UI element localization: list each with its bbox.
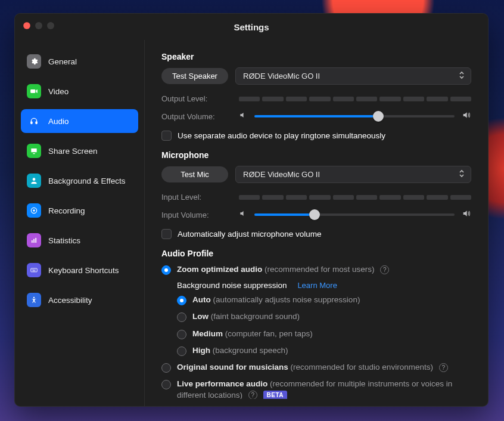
input-volume-label: Input Volume:: [161, 210, 239, 219]
gear-icon: [27, 54, 41, 69]
sidebar-item-keyboard-shortcuts[interactable]: Keyboard Shortcuts: [21, 258, 138, 282]
content: General Video Audio Share Screen: [15, 40, 488, 406]
svg-rect-0: [31, 122, 32, 124]
zoom-optimized-label: Zoom optimized audio: [177, 265, 262, 274]
microphone-device-value: RØDE VideoMic GO II: [243, 170, 320, 179]
input-level-label: Input Level:: [161, 193, 239, 202]
output-volume-slider[interactable]: [254, 111, 455, 122]
help-icon[interactable]: ?: [248, 391, 257, 399]
sidebar-item-label: Statistics: [48, 236, 80, 245]
speaker-device-value: RØDE VideoMic GO II: [243, 72, 320, 81]
headphones-icon: [27, 114, 41, 128]
ringtone-separate-device-checkbox[interactable]: [161, 131, 172, 141]
output-level-meter: [239, 97, 471, 101]
volume-high-icon: [462, 209, 471, 221]
microphone-heading: Microphone: [161, 150, 471, 160]
input-volume-slider[interactable]: [254, 209, 455, 220]
sidebar-item-statistics[interactable]: Statistics: [21, 228, 138, 252]
chevron-updown-icon: [459, 169, 465, 179]
microphone-device-select[interactable]: RØDE VideoMic GO II: [235, 166, 471, 183]
speaker-device-select[interactable]: RØDE VideoMic GO II: [235, 67, 471, 85]
person-icon: [27, 174, 41, 188]
sidebar-item-video[interactable]: Video: [21, 79, 138, 103]
volume-low-icon: [239, 111, 247, 122]
titlebar: Settings: [15, 14, 488, 40]
svg-point-13: [33, 297, 35, 298]
bg-noise-high-label: High: [192, 346, 210, 355]
sidebar-item-label: Background & Effects: [48, 177, 126, 185]
bg-noise-auto-hint: (automatically adjusts noise suppression…: [213, 295, 360, 304]
original-sound-radio[interactable]: [161, 363, 171, 373]
auto-adjust-mic-label: Automatically adjust microphone volume: [178, 230, 322, 239]
svg-rect-12: [33, 271, 36, 271]
svg-rect-1: [36, 122, 37, 124]
live-performance-radio[interactable]: [161, 380, 171, 389]
maximize-button[interactable]: [47, 22, 54, 29]
test-speaker-button[interactable]: Test Speaker: [161, 68, 228, 84]
beta-badge: BETA: [263, 391, 287, 399]
bg-noise-low-hint: (faint background sound): [211, 312, 300, 321]
speaker-heading: Speaker: [161, 52, 471, 61]
bg-noise-medium-hint: (computer fan, pen taps): [225, 329, 313, 338]
zoom-optimized-radio[interactable]: [161, 265, 171, 275]
bars-icon: [27, 233, 41, 247]
sidebar-item-accessibility[interactable]: Accessibility: [21, 288, 138, 312]
output-volume-label: Output Volume:: [161, 112, 239, 121]
auto-adjust-mic-checkbox[interactable]: [161, 229, 172, 239]
help-icon[interactable]: ?: [439, 363, 448, 372]
keyboard-icon: [27, 263, 41, 277]
sidebar-item-recording[interactable]: Recording: [21, 199, 138, 222]
bg-noise-heading: Background noise suppression: [177, 281, 287, 290]
output-level-label: Output Level:: [161, 94, 239, 103]
sidebar-item-general[interactable]: General: [21, 49, 138, 73]
audio-settings-panel: Speaker Test Speaker RØDE VideoMic GO II…: [145, 40, 488, 406]
svg-rect-9: [32, 270, 33, 270]
settings-window: Settings General Video Audio: [14, 13, 489, 407]
sidebar-item-label: Video: [48, 87, 69, 96]
sidebar-item-label: Keyboard Shortcuts: [48, 266, 119, 275]
input-level-meter: [239, 195, 471, 200]
bg-noise-medium-label: Medium: [192, 329, 223, 338]
accessibility-icon: [27, 293, 41, 307]
learn-more-link[interactable]: Learn More: [297, 281, 337, 290]
bg-noise-auto-radio[interactable]: [177, 296, 186, 305]
sidebar-item-label: General: [48, 57, 77, 66]
svg-rect-11: [35, 270, 35, 270]
bg-noise-high-radio[interactable]: [177, 346, 186, 356]
bg-noise-high-hint: (background speech): [213, 346, 288, 355]
chevron-updown-icon: [459, 71, 465, 81]
audio-profile-heading: Audio Profile: [161, 249, 471, 258]
svg-rect-6: [33, 239, 35, 243]
bg-noise-auto-label: Auto: [192, 295, 211, 304]
ringtone-separate-device-label: Use separate audio device to play ringto…: [178, 131, 385, 140]
original-sound-hint: (recommended for studio environments): [291, 363, 433, 372]
svg-rect-10: [33, 270, 34, 270]
minimize-button[interactable]: [35, 22, 42, 29]
sidebar-item-label: Audio: [48, 117, 69, 126]
volume-high-icon: [462, 110, 471, 122]
close-button[interactable]: [23, 22, 30, 29]
share-screen-icon: [27, 144, 41, 158]
bg-noise-low-label: Low: [192, 312, 209, 321]
test-mic-button[interactable]: Test Mic: [161, 166, 228, 182]
svg-point-4: [33, 209, 35, 212]
original-sound-label: Original sound for musicians: [177, 363, 288, 372]
window-title: Settings: [15, 22, 488, 32]
sidebar-item-share-screen[interactable]: Share Screen: [21, 139, 138, 163]
camera-icon: [27, 84, 41, 98]
sidebar-item-background-effects[interactable]: Background & Effects: [21, 169, 138, 193]
sidebar-item-label: Share Screen: [48, 147, 98, 156]
sidebar-item-label: Accessibility: [48, 296, 92, 305]
bg-noise-medium-radio[interactable]: [177, 330, 186, 339]
volume-low-icon: [239, 209, 247, 220]
traffic-lights: [23, 22, 54, 29]
svg-point-2: [33, 178, 36, 181]
bg-noise-low-radio[interactable]: [177, 312, 186, 322]
live-performance-label: Live performance audio: [177, 379, 267, 388]
record-icon: [27, 203, 41, 218]
svg-rect-7: [35, 238, 36, 243]
sidebar-item-label: Recording: [48, 206, 85, 215]
sidebar-item-audio[interactable]: Audio: [21, 109, 138, 133]
help-icon[interactable]: ?: [380, 265, 389, 274]
sidebar: General Video Audio Share Screen: [15, 40, 145, 406]
